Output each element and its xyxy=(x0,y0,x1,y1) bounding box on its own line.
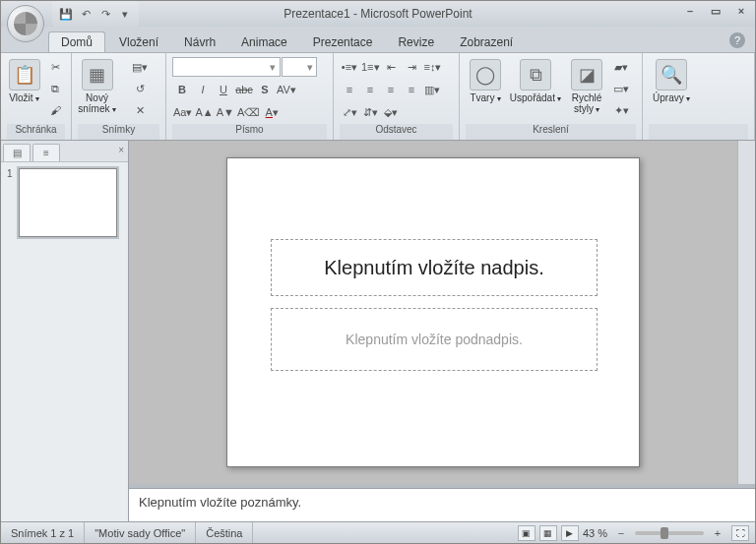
group-label-font: Písmo xyxy=(172,124,327,140)
underline-button[interactable]: U xyxy=(214,80,233,99)
clear-format-button[interactable]: A⌫ xyxy=(236,102,261,122)
view-sorter-button[interactable]: ▦ xyxy=(539,525,557,541)
nav-close-icon[interactable]: × xyxy=(118,145,124,155)
thumbnail-item[interactable]: 1 xyxy=(7,168,122,237)
strike-button[interactable]: abc xyxy=(234,80,254,99)
group-font: ▾ ▾ B I U abc S AV▾ Aa▾ A▲ A▼ xyxy=(166,53,334,140)
align-left-button[interactable]: ≡ xyxy=(340,80,359,99)
shape-outline-button[interactable]: ▭▾ xyxy=(611,79,631,98)
status-theme[interactable]: "Motiv sady Office" xyxy=(85,522,196,543)
char-spacing-button[interactable]: AV▾ xyxy=(276,80,297,99)
status-language[interactable]: Čeština xyxy=(196,522,253,543)
justify-button[interactable]: ≡ xyxy=(402,80,421,99)
subtitle-placeholder[interactable]: Klepnutím vložíte podnadpis. xyxy=(271,308,598,371)
decrease-indent-button[interactable]: ⇤ xyxy=(382,57,402,77)
bold-button[interactable]: B xyxy=(172,80,192,99)
title-bar: 💾 ↶ ↷ ▾ Prezentace1 - Microsoft PowerPoi… xyxy=(1,1,755,27)
increase-indent-button[interactable]: ⇥ xyxy=(403,57,422,77)
clipboard-icon: 📋 xyxy=(9,59,40,91)
group-label-clipboard: Schránka xyxy=(7,124,65,140)
save-icon[interactable]: 💾 xyxy=(58,6,74,22)
smartart-button[interactable]: ⬙▾ xyxy=(381,102,401,122)
arrange-button[interactable]: ⧉ Uspořádat xyxy=(509,55,562,104)
thumbnail-list[interactable]: 1 xyxy=(1,162,128,521)
title-placeholder-text: Klepnutím vložíte nadpis. xyxy=(324,257,543,279)
shape-effects-button[interactable]: ✦▾ xyxy=(611,100,631,120)
zoom-in-button[interactable]: + xyxy=(708,523,727,543)
qat-more-icon[interactable]: ▾ xyxy=(117,6,133,22)
nav-tab-slides[interactable]: ▤ xyxy=(3,144,31,161)
nav-tab-outline[interactable]: ≡ xyxy=(32,144,60,161)
thumbnail-number: 1 xyxy=(7,168,15,179)
title-placeholder[interactable]: Klepnutím vložíte nadpis. xyxy=(271,239,598,296)
bullets-button[interactable]: •≡▾ xyxy=(340,57,359,77)
tab-slideshow[interactable]: Prezentace xyxy=(301,32,385,52)
cut-icon[interactable]: ✂ xyxy=(45,57,65,77)
font-color-button[interactable]: A▾ xyxy=(262,102,282,122)
slide-stage[interactable]: Klepnutím vložíte nadpis. Klepnutím vlož… xyxy=(129,141,737,484)
align-text-button[interactable]: ⇵▾ xyxy=(360,102,380,122)
app-window: 💾 ↶ ↷ ▾ Prezentace1 - Microsoft PowerPoi… xyxy=(0,0,756,544)
arrange-label: Uspořádat xyxy=(510,92,561,104)
office-button[interactable] xyxy=(7,5,44,42)
view-slideshow-button[interactable]: ▶ xyxy=(561,525,579,541)
subtitle-placeholder-text: Klepnutím vložíte podnadpis. xyxy=(346,332,523,347)
delete-slide-button[interactable]: ✕ xyxy=(120,100,159,120)
close-button[interactable]: × xyxy=(733,5,749,19)
layout-button[interactable]: ▤▾ xyxy=(120,57,159,77)
quick-styles-icon: ◪ xyxy=(571,59,602,91)
align-center-button[interactable]: ≡ xyxy=(360,80,380,99)
group-clipboard: 📋 Vložit ✂ ⧉ 🖌 Schránka xyxy=(1,53,72,140)
paste-button[interactable]: 📋 Vložit xyxy=(7,55,41,104)
redo-icon[interactable]: ↷ xyxy=(97,6,113,22)
undo-icon[interactable]: ↶ xyxy=(78,6,94,22)
numbering-button[interactable]: 1≡▾ xyxy=(360,57,381,77)
group-slides: ▦ Nový snímek ▤▾ ↺ ✕ Snímky xyxy=(72,53,166,140)
copy-icon[interactable]: ⧉ xyxy=(45,79,65,98)
shrink-font-button[interactable]: A▼ xyxy=(216,102,235,122)
line-spacing-button[interactable]: ≡↕▾ xyxy=(423,57,443,77)
change-case-button[interactable]: Aa▾ xyxy=(172,102,193,122)
group-label-slides: Snímky xyxy=(78,124,159,140)
thumbnail-preview[interactable] xyxy=(19,168,117,237)
slide-nav-pane: ▤ ≡ × 1 xyxy=(1,141,129,521)
quick-access-toolbar: 💾 ↶ ↷ ▾ xyxy=(52,1,139,27)
tab-view[interactable]: Zobrazení xyxy=(448,32,525,52)
zoom-out-button[interactable]: − xyxy=(611,523,631,543)
fit-to-window-button[interactable]: ⛶ xyxy=(731,525,749,541)
tab-home[interactable]: Domů xyxy=(48,31,105,52)
text-direction-button[interactable]: ⤢▾ xyxy=(340,102,359,122)
grow-font-button[interactable]: A▲ xyxy=(194,102,214,122)
new-slide-label: Nový snímek xyxy=(78,92,115,115)
view-normal-button[interactable]: ▣ xyxy=(518,525,536,541)
tab-design[interactable]: Návrh xyxy=(172,32,227,52)
shadow-button[interactable]: S xyxy=(255,80,275,99)
tab-insert[interactable]: Vložení xyxy=(107,32,170,52)
new-slide-icon: ▦ xyxy=(82,59,113,91)
slide-canvas[interactable]: Klepnutím vložíte nadpis. Klepnutím vlož… xyxy=(226,157,640,467)
group-label-paragraph: Odstavec xyxy=(340,124,453,140)
vertical-scrollbar[interactable] xyxy=(737,141,755,484)
status-slide-info[interactable]: Snímek 1 z 1 xyxy=(1,522,85,543)
reset-button[interactable]: ↺ xyxy=(120,79,159,98)
tab-animations[interactable]: Animace xyxy=(229,32,299,52)
zoom-slider[interactable] xyxy=(635,531,704,535)
new-slide-button[interactable]: ▦ Nový snímek xyxy=(78,55,116,115)
shape-fill-button[interactable]: ▰▾ xyxy=(611,57,631,77)
font-name-combo[interactable]: ▾ xyxy=(172,57,281,77)
minimize-button[interactable]: – xyxy=(682,5,698,19)
columns-button[interactable]: ▥▾ xyxy=(422,80,442,99)
help-icon[interactable]: ? xyxy=(729,32,745,48)
group-drawing: ◯ Tvary ⧉ Uspořádat ◪ Rychlé styly ▰▾ ▭▾… xyxy=(460,53,643,140)
tab-review[interactable]: Revize xyxy=(386,32,446,52)
font-size-combo[interactable]: ▾ xyxy=(282,57,317,77)
maximize-button[interactable]: ▭ xyxy=(708,5,724,19)
format-painter-icon[interactable]: 🖌 xyxy=(45,100,65,120)
italic-button[interactable]: I xyxy=(193,80,213,99)
editing-button[interactable]: 🔍 Úpravy xyxy=(649,55,694,104)
shapes-button[interactable]: ◯ Tvary xyxy=(466,55,505,104)
notes-pane[interactable]: Klepnutím vložíte poznámky. xyxy=(129,488,755,521)
zoom-level[interactable]: 43 % xyxy=(583,527,607,539)
quick-styles-button[interactable]: ◪ Rychlé styly xyxy=(566,55,607,115)
align-right-button[interactable]: ≡ xyxy=(381,80,401,99)
